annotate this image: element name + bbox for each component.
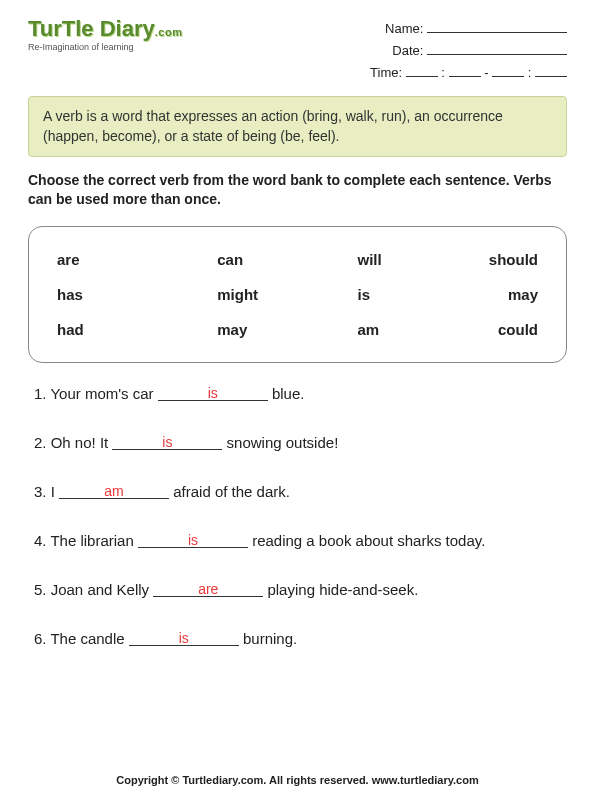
question-pre: The candle xyxy=(50,630,128,647)
word-bank-word: has xyxy=(57,286,177,303)
word-bank-word: could xyxy=(418,321,538,338)
answer-blank[interactable]: is xyxy=(158,385,268,401)
word-bank-word: will xyxy=(298,251,418,268)
question-pre: The librarian xyxy=(50,532,138,549)
word-bank-row: has might is may xyxy=(57,286,538,303)
time-row: Time: : - : xyxy=(370,62,567,84)
question-post: snowing outside! xyxy=(222,434,338,451)
answer-blank[interactable]: is xyxy=(138,532,248,548)
time-m2[interactable] xyxy=(535,65,567,77)
answer-blank[interactable]: are xyxy=(153,581,263,597)
question-post: afraid of the dark. xyxy=(169,483,290,500)
definition-box: A verb is a word that expresses an actio… xyxy=(28,96,567,157)
question-item: 1. Your mom's car is blue. xyxy=(28,385,567,402)
question-number: 4. xyxy=(34,532,47,549)
question-number: 3. xyxy=(34,483,47,500)
header: TurTle Diary.com Re-Imagination of learn… xyxy=(28,18,567,84)
answer-blank[interactable]: is xyxy=(112,434,222,450)
question-post: burning. xyxy=(239,630,297,647)
word-bank-row: had may am could xyxy=(57,321,538,338)
logo-text: TurTle Diary xyxy=(28,16,155,41)
question-pre: Oh no! It xyxy=(51,434,113,451)
word-bank-word: may xyxy=(177,321,297,338)
date-label: Date: xyxy=(392,43,423,58)
logo-block: TurTle Diary.com Re-Imagination of learn… xyxy=(28,18,182,52)
word-bank-word: are xyxy=(57,251,177,268)
word-bank-row: are can will should xyxy=(57,251,538,268)
question-post: blue. xyxy=(268,385,305,402)
answer-blank[interactable]: am xyxy=(59,483,169,499)
word-bank-word: should xyxy=(418,251,538,268)
question-pre: I xyxy=(51,483,59,500)
time-h2[interactable] xyxy=(492,65,524,77)
time-label: Time: xyxy=(370,65,402,80)
word-bank: are can will should has might is may had… xyxy=(28,226,567,363)
word-bank-word: may xyxy=(418,286,538,303)
answer-text: is xyxy=(179,630,189,646)
question-number: 5. xyxy=(34,581,47,598)
logo-tagline: Re-Imagination of learning xyxy=(28,42,182,52)
word-bank-word: am xyxy=(298,321,418,338)
question-item: 4. The librarian is reading a book about… xyxy=(28,532,567,549)
question-post: playing hide-and-seek. xyxy=(263,581,418,598)
name-label: Name: xyxy=(385,21,423,36)
date-input-line[interactable] xyxy=(427,43,567,55)
question-pre: Your mom's car xyxy=(50,385,157,402)
answer-text: am xyxy=(104,483,123,499)
question-item: 5. Joan and Kelly are playing hide-and-s… xyxy=(28,581,567,598)
answer-blank[interactable]: is xyxy=(129,630,239,646)
logo: TurTle Diary.com xyxy=(28,18,182,40)
question-number: 6. xyxy=(34,630,47,647)
meta-fields: Name: Date: Time: : - : xyxy=(370,18,567,84)
word-bank-word: can xyxy=(177,251,297,268)
name-input-line[interactable] xyxy=(427,21,567,33)
word-bank-word: is xyxy=(298,286,418,303)
footer-copyright: Copyright © Turtlediary.com. All rights … xyxy=(0,774,595,786)
time-m1[interactable] xyxy=(449,65,481,77)
question-pre: Joan and Kelly xyxy=(51,581,154,598)
question-item: 2. Oh no! It is snowing outside! xyxy=(28,434,567,451)
answer-text: is xyxy=(188,532,198,548)
questions-list: 1. Your mom's car is blue. 2. Oh no! It … xyxy=(28,385,567,647)
answer-text: is xyxy=(162,434,172,450)
question-item: 3. I am afraid of the dark. xyxy=(28,483,567,500)
name-row: Name: xyxy=(370,18,567,40)
word-bank-word: had xyxy=(57,321,177,338)
question-number: 1. xyxy=(34,385,47,402)
answer-text: are xyxy=(198,581,218,597)
instructions: Choose the correct verb from the word ba… xyxy=(28,171,567,207)
word-bank-word: might xyxy=(177,286,297,303)
time-h1[interactable] xyxy=(406,65,438,77)
logo-dotcom: .com xyxy=(155,26,183,38)
date-row: Date: xyxy=(370,40,567,62)
question-number: 2. xyxy=(34,434,47,451)
answer-text: is xyxy=(208,385,218,401)
worksheet-page: TurTle Diary.com Re-Imagination of learn… xyxy=(0,0,595,689)
question-item: 6. The candle is burning. xyxy=(28,630,567,647)
question-post: reading a book about sharks today. xyxy=(248,532,485,549)
